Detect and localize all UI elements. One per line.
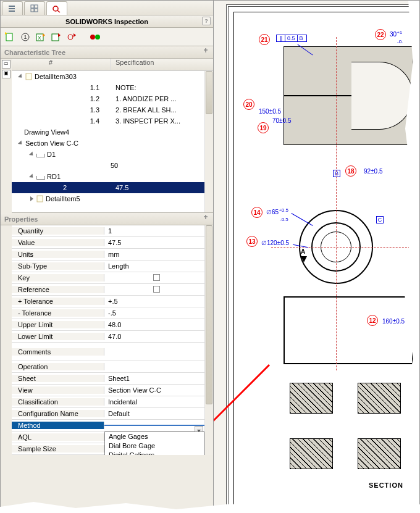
characteristic-tree[interactable]: # Specification DetailItem303 1.1NOTE: 1… [12,59,213,213]
char-tree-label: Characteristic Tree [4,49,65,56]
dimension-icon [36,151,45,157]
tree-d1[interactable]: D1 [12,149,213,160]
scrollbar-thumb[interactable] [206,225,212,404]
gdt-parallel: ∥0.5B [276,35,307,42]
balloon-button[interactable]: 1 [19,30,32,44]
method-dropdown-list[interactable]: Angle Gages Dial Bore Gage Digital Calip… [104,432,204,455]
reference-checkbox[interactable] [153,286,160,293]
properties-grid[interactable]: Quantity1 Value47.5 Unitsmm Sub-TypeLeng… [12,225,213,455]
prop-plustol[interactable]: + Tolerance+.5 [12,296,204,307]
status-button[interactable] [88,30,102,44]
root-label: DetailItem303 [35,73,77,80]
dim-150: 150±0.5 [259,108,281,115]
export-ballooned-button[interactable] [65,30,78,44]
svg-rect-3 [31,5,34,8]
ballooned-export-icon [67,32,77,42]
svg-rect-8 [6,33,12,41]
prop-classification[interactable]: ClassificationIncidental [12,396,204,408]
section-label: SECTION [369,482,403,489]
dropdown-item[interactable]: Dial Bore Gage [105,441,204,451]
key-checkbox[interactable] [153,274,160,281]
svg-rect-1 [9,8,15,9]
tree-rd1[interactable]: RD1 [12,171,213,182]
report-export-icon [51,32,61,42]
dim-70: 70±0.5 [272,117,292,124]
tree-item-1-4[interactable]: 1.43. INSPECT PER X... [12,115,213,127]
prop-operation[interactable]: Operation [12,361,204,373]
prop-value[interactable]: Value47.5 [12,237,204,249]
tab-inspection[interactable] [46,1,67,15]
balloon-20[interactable]: 20 [243,99,254,110]
panel-title: SOLIDWORKS Inspection [65,18,148,25]
pin-icon[interactable] [202,48,211,56]
inspection-toolbar: 1 X [1,28,213,46]
balloon-22[interactable]: 22 [375,29,386,40]
svg-point-7 [53,6,58,11]
dim-dia120: ∅120±0.5 [261,240,289,246]
props-scrollbar[interactable] [204,225,213,455]
prop-sheet[interactable]: SheetSheet1 [12,373,204,385]
prop-configname[interactable]: Configuration NameDefault [12,408,204,420]
characteristic-tree-header: Characteristic Tree [1,46,213,59]
prop-minustol[interactable]: - Tolerance-.5 [12,307,204,319]
scrollbar-thumb[interactable] [206,71,212,114]
traffic-light-icon [90,33,101,41]
collapse-all-icon[interactable]: ▣ [2,70,10,78]
tab-1[interactable] [2,1,23,15]
prop-comments[interactable]: Comments [12,343,204,361]
prop-reference[interactable]: Reference [12,284,204,296]
balloon-18[interactable]: 18 [345,165,356,177]
prop-key[interactable]: Key [12,272,204,284]
help-button[interactable]: ? [202,17,211,25]
section-arrow-icon [301,256,307,262]
svg-rect-13 [52,34,59,41]
pin-icon[interactable] [202,214,211,223]
dropdown-item[interactable]: Angle Gages [105,432,204,441]
tree-view4[interactable]: Drawing View4 [12,127,213,138]
expand-all-icon[interactable]: ▭ [2,60,10,69]
tree-root[interactable]: DetailItem303 [12,71,213,82]
tab-2[interactable] [24,1,45,15]
balloon-1-icon: 1 [20,32,30,42]
note-icon [25,73,33,80]
balloon-21[interactable]: 21 [259,34,270,45]
prop-quantity[interactable]: Quantity1 [12,225,204,237]
svg-rect-0 [9,6,15,7]
new-project-button[interactable] [3,30,17,44]
prop-lowerlimit[interactable]: Lower Limit47.0 [12,331,204,343]
tree-section-cc[interactable]: Section View C-C [12,138,213,149]
properties-header: Properties [1,213,213,225]
prop-upperlimit[interactable]: Upper Limit48.0 [12,319,204,331]
tree-item-1-1[interactable]: 1.1NOTE: [12,82,213,93]
export-excel-button[interactable]: X [34,30,48,44]
export-report-button[interactable] [49,30,63,44]
tree-detail5[interactable]: DetailItem5 [12,193,213,204]
col-spec[interactable]: Specification [111,59,213,70]
drawing-canvas[interactable]: 21 22 20 19 18 14 13 12 150±0.5 70±0.5 9… [214,1,419,512]
svg-text:X: X [38,35,41,41]
svg-rect-18 [37,196,43,202]
svg-point-16 [95,35,100,40]
balloon-13[interactable]: 13 [246,236,258,247]
balloon-12[interactable]: 12 [367,315,378,326]
balloon-14[interactable]: 14 [251,207,262,218]
excel-export-icon: X [36,32,46,42]
tree-d1-value[interactable]: 50 [12,160,213,171]
tree-item-1-2[interactable]: 1.21. ANODIZE PER ... [12,93,213,104]
tree-rd1-value-selected[interactable]: 247.5 [12,182,213,193]
prop-subtype[interactable]: Sub-TypeLength [12,261,204,272]
balloon-19[interactable]: 19 [258,122,269,133]
prop-units[interactable]: Unitsmm [12,249,204,261]
dropdown-item[interactable]: Digital Calipers [105,451,204,455]
tree-header: # Specification [12,59,213,71]
svg-rect-2 [9,10,15,12]
tree-item-1-3[interactable]: 1.32. BREAK ALL SH... [12,104,213,115]
tree-scrollbar[interactable] [204,71,213,212]
prop-method[interactable]: Method [12,420,204,432]
section-arrow-A: A [301,248,305,255]
svg-point-14 [68,35,73,40]
dim-92: 92±0.5 [364,168,383,175]
col-number[interactable]: # [12,59,111,70]
prop-view[interactable]: ViewSection View C-C [12,385,204,396]
new-doc-icon [5,32,15,42]
